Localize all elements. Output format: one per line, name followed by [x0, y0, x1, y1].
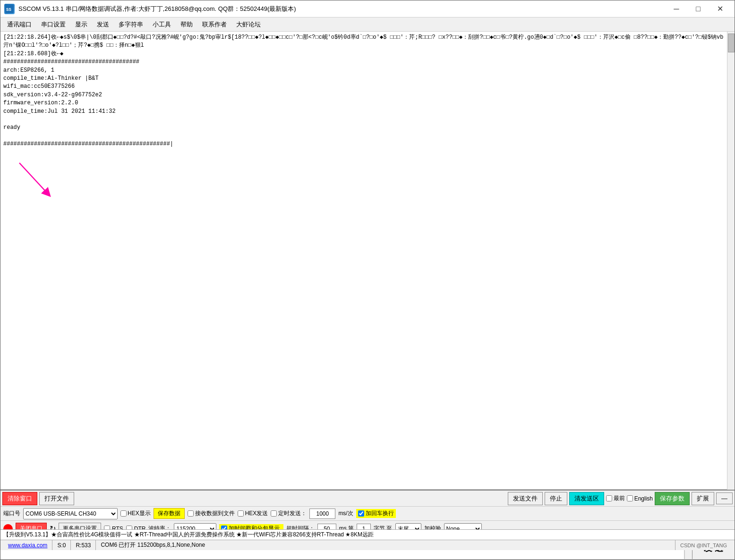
menu-tools[interactable]: 小工具 [148, 18, 176, 31]
toolbar-row2: 端口号 COM6 USB-SERIAL CH340 HEX显示 保存数据 接收数… [0, 507, 735, 521]
receive-to-file-label[interactable]: 接收数据到文件 [188, 509, 235, 518]
menu-serial-settings[interactable]: 串口设置 [36, 18, 70, 31]
menu-help[interactable]: 帮助 [176, 18, 197, 31]
menu-display[interactable]: 显示 [70, 18, 92, 31]
title-bar: SS SSCOM V5.13.1 串口/网络数据调试器,作者:大虾丁丁,2618… [0, 0, 735, 17]
english-checkbox-label[interactable]: English [627, 495, 653, 502]
port-select[interactable]: COM6 USB-SERIAL CH340 [23, 508, 118, 519]
status-port-info: COM6 已打开 115200bps,8,1,None,None [96, 540, 675, 550]
newline-text: 加回车换行 [366, 509, 394, 518]
toolbar-row1: 清除窗口 打开文件 发送文件 停止 清发送区 最前 English 保存参数 扩… [0, 490, 735, 507]
ticker-bar: 【升级到V5.13.1】★合宙高性价比4G模块值得一试 ★RT-Thread中国… [0, 529, 735, 540]
hex-send-checkbox[interactable] [238, 510, 244, 517]
terminal-wrapper: [21:22:18.264]收←◆s$\0$串|\0刮郡口◆□□?d?#<敲口?… [0, 32, 735, 490]
timed-send-checkbox[interactable] [271, 510, 277, 517]
interval-input[interactable] [309, 509, 335, 519]
status-r-count: R:533 [71, 540, 96, 550]
hex-display-text: HEX显示 [128, 509, 151, 518]
last-label: 最前 [614, 494, 625, 502]
scrollbar-thumb[interactable] [728, 34, 735, 52]
clear-send-button[interactable]: 清发送区 [569, 492, 604, 505]
hex-send-label[interactable]: HEX发送 [238, 509, 268, 518]
save-params-button[interactable]: 保存参数 [655, 492, 690, 505]
clear-window-button[interactable]: 清除窗口 [2, 492, 37, 505]
maximize-button[interactable]: □ [687, 0, 709, 17]
menu-bar: 通讯端口 串口设置 显示 发送 多字符串 小工具 帮助 联系作者 大虾论坛 [0, 17, 735, 32]
newline-checkbox[interactable] [358, 510, 364, 517]
status-s-count: S:0 [52, 540, 71, 550]
app-icon: SS [4, 4, 15, 14]
menu-multi-string[interactable]: 多字符串 [114, 18, 148, 31]
open-file-button[interactable]: 打开文件 [39, 492, 74, 505]
menu-send[interactable]: 发送 [92, 18, 114, 31]
svg-text:SS: SS [6, 8, 11, 12]
port-label: 端口号 [3, 509, 20, 518]
menu-contact[interactable]: 联系作者 [197, 18, 231, 31]
stop-button[interactable]: 停止 [545, 492, 567, 505]
last-checkbox[interactable] [606, 495, 612, 501]
window-controls: ─ □ ✕ [666, 0, 731, 17]
menu-forum[interactable]: 大虾论坛 [231, 18, 265, 31]
status-bar: www.daxia.com S:0 R:533 COM6 已打开 115200b… [0, 540, 735, 550]
receive-to-file-text: 接收数据到文件 [195, 509, 235, 518]
branding-text: CSDN @INT_TANG [675, 543, 732, 548]
hex-display-checkbox[interactable] [120, 510, 127, 517]
last-checkbox-label[interactable]: 最前 [606, 494, 625, 502]
ticker-text: 【升级到V5.13.1】★合宙高性价比4G模块值得一试 ★RT-Thread中国… [3, 531, 374, 539]
expand-button[interactable]: 扩展 [692, 492, 714, 505]
hex-display-label[interactable]: HEX显示 [120, 509, 151, 518]
collapse-button[interactable]: — [716, 492, 733, 504]
english-checkbox[interactable] [627, 495, 633, 501]
hex-send-text: HEX发送 [245, 509, 268, 518]
english-label: English [634, 495, 653, 502]
interval-unit: ms/次 [338, 509, 353, 518]
timed-send-label[interactable]: 定时发送： [271, 509, 307, 518]
status-website: www.daxia.com [3, 540, 52, 550]
close-button[interactable]: ✕ [709, 0, 731, 17]
send-file-button[interactable]: 发送文件 [508, 492, 543, 505]
menu-comm-port[interactable]: 通讯端口 [2, 18, 36, 31]
receive-to-file-checkbox[interactable] [188, 510, 194, 517]
minimize-button[interactable]: ─ [666, 0, 687, 17]
timed-send-text: 定时发送： [278, 509, 307, 518]
save-data-button[interactable]: 保存数据 [154, 508, 185, 519]
newline-label[interactable]: 加回车换行 [356, 509, 396, 518]
terminal-area[interactable]: [21:22:18.264]收←◆s$\0$串|\0刮郡口◆□□?d?#<敲口?… [0, 32, 727, 490]
window-title: SSCOM V5.13.1 串口/网络数据调试器,作者:大虾丁丁,2618058… [18, 5, 666, 13]
terminal-content: [21:22:18.264]收←◆s$\0$串|\0刮郡口◆□□?d?#<敲口?… [3, 34, 724, 148]
terminal-scrollbar[interactable] [727, 32, 735, 490]
